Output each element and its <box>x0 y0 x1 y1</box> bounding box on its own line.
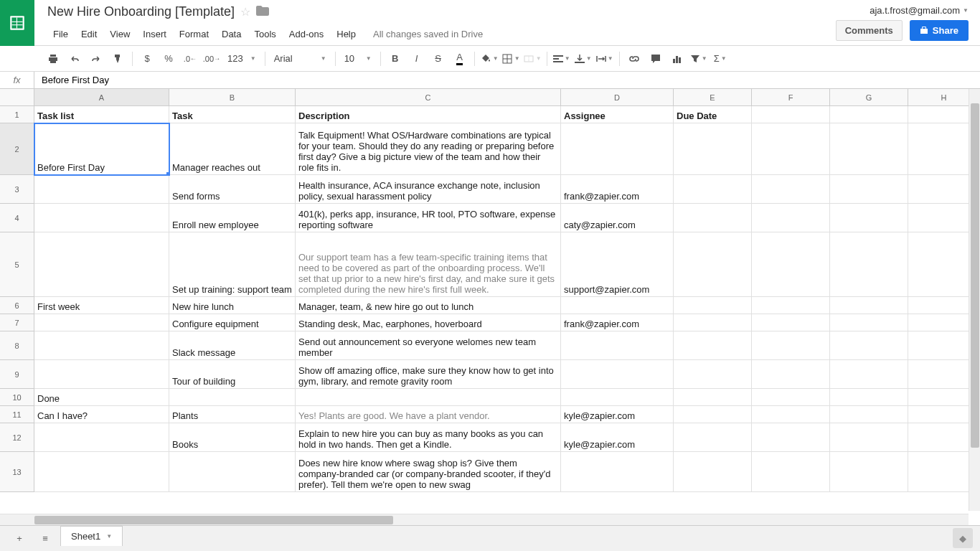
functions-icon[interactable]: Σ▼ <box>710 50 730 68</box>
sheet-grid[interactable]: ABCDEFGH 12345678910111213 Task listTask… <box>0 89 980 511</box>
cell[interactable] <box>561 389 674 406</box>
cell[interactable] <box>674 297 752 314</box>
cell[interactable]: Set up training: support team <box>169 232 296 297</box>
menu-insert[interactable]: Insert <box>137 26 172 42</box>
menu-view[interactable]: View <box>104 26 136 42</box>
cell[interactable] <box>830 297 908 314</box>
cell[interactable] <box>752 389 830 406</box>
cell[interactable] <box>674 331 752 360</box>
cell[interactable] <box>674 314 752 331</box>
menu-file[interactable]: File <box>47 26 74 42</box>
cell[interactable]: caty@zapier.com <box>561 204 674 232</box>
cell[interactable]: Before First Day <box>34 123 169 175</box>
cell[interactable] <box>830 232 908 297</box>
cell[interactable] <box>752 423 830 452</box>
cell[interactable]: Plants <box>169 406 296 423</box>
chart-icon[interactable] <box>667 50 687 68</box>
number-format-dropdown[interactable]: 123▼ <box>223 50 260 68</box>
cell[interactable] <box>752 204 830 232</box>
cell[interactable] <box>34 423 169 452</box>
cell[interactable] <box>752 123 830 175</box>
cell[interactable] <box>674 452 752 492</box>
row-header-3[interactable]: 3 <box>0 175 34 204</box>
cell[interactable] <box>169 452 296 492</box>
menu-tools[interactable]: Tools <box>248 26 281 42</box>
cell[interactable] <box>561 331 674 360</box>
cell[interactable]: Show off amazing office, make sure they … <box>296 360 561 389</box>
cell[interactable] <box>561 123 674 175</box>
row-header-9[interactable]: 9 <box>0 360 34 389</box>
cell[interactable]: First week <box>34 297 169 314</box>
cell[interactable]: 401(k), perks app, insurance, HR tool, P… <box>296 204 561 232</box>
cell[interactable]: Send forms <box>169 175 296 204</box>
cell[interactable] <box>674 123 752 175</box>
row-header-12[interactable]: 12 <box>0 423 34 452</box>
cell[interactable]: Enroll new employee <box>169 204 296 232</box>
user-email[interactable]: aja.t.frost@gmail.com ▼ <box>870 5 969 16</box>
cell[interactable] <box>830 314 908 331</box>
vertical-scrollbar[interactable] <box>969 89 980 511</box>
cell[interactable] <box>830 123 908 175</box>
cell[interactable]: kyle@zapier.com <box>561 423 674 452</box>
row-header-10[interactable]: 10 <box>0 389 34 406</box>
cell[interactable] <box>674 204 752 232</box>
increase-decimal-icon[interactable]: .00→ <box>202 50 222 68</box>
cell[interactable] <box>561 452 674 492</box>
cell[interactable] <box>34 452 169 492</box>
row-header-5[interactable]: 5 <box>0 232 34 297</box>
menu-help[interactable]: Help <box>331 26 362 42</box>
all-sheets-button[interactable]: ≡ <box>34 529 56 549</box>
cell[interactable] <box>752 331 830 360</box>
star-icon[interactable]: ☆ <box>240 5 250 19</box>
row-header-7[interactable]: 7 <box>0 314 34 331</box>
cell[interactable]: Due Date <box>674 106 752 123</box>
decrease-decimal-icon[interactable]: .0← <box>180 50 200 68</box>
row-header-11[interactable]: 11 <box>0 406 34 423</box>
cell[interactable]: support@zapier.com <box>561 232 674 297</box>
cell[interactable] <box>830 406 908 423</box>
doc-title[interactable]: New Hire Onboarding [Template] <box>47 4 235 19</box>
cell[interactable]: frank@zapier.com <box>561 314 674 331</box>
cell[interactable] <box>34 331 169 360</box>
cell[interactable]: Health insurance, ACA insurance exchange… <box>296 175 561 204</box>
cell[interactable]: frank@zapier.com <box>561 175 674 204</box>
print-icon[interactable] <box>43 50 63 68</box>
cell[interactable] <box>34 232 169 297</box>
menu-add-ons[interactable]: Add-ons <box>283 26 329 42</box>
cell[interactable]: Can I have? <box>34 406 169 423</box>
cell[interactable]: Assignee <box>561 106 674 123</box>
link-icon[interactable] <box>624 50 644 68</box>
cell[interactable] <box>752 297 830 314</box>
cell[interactable] <box>830 331 908 360</box>
col-header-C[interactable]: C <box>296 89 561 105</box>
row-header-1[interactable]: 1 <box>0 106 34 123</box>
wrap-icon[interactable]: ▼ <box>595 50 615 68</box>
cell[interactable] <box>830 204 908 232</box>
cell[interactable] <box>561 297 674 314</box>
cell[interactable]: Slack message <box>169 331 296 360</box>
cell[interactable] <box>674 175 752 204</box>
menu-data[interactable]: Data <box>216 26 247 42</box>
col-header-G[interactable]: G <box>830 89 908 105</box>
row-header-6[interactable]: 6 <box>0 297 34 314</box>
explore-button[interactable]: ◆ <box>953 528 973 548</box>
cell[interactable] <box>674 423 752 452</box>
cell[interactable] <box>674 232 752 297</box>
italic-icon[interactable]: I <box>407 50 427 68</box>
paint-format-icon[interactable] <box>108 50 128 68</box>
cell[interactable] <box>34 314 169 331</box>
add-sheet-button[interactable]: + <box>9 529 30 549</box>
bold-icon[interactable]: B <box>385 50 405 68</box>
cell[interactable]: Tour of building <box>169 360 296 389</box>
cell[interactable]: Manager, team, & new hire go out to lunc… <box>296 297 561 314</box>
formula-input[interactable] <box>34 72 980 88</box>
strikethrough-icon[interactable]: S <box>428 50 448 68</box>
redo-icon[interactable] <box>86 50 106 68</box>
undo-icon[interactable] <box>65 50 85 68</box>
cell[interactable] <box>752 452 830 492</box>
percent-icon[interactable]: % <box>159 50 179 68</box>
font-size-dropdown[interactable]: 10▼ <box>340 50 376 68</box>
cell[interactable] <box>34 360 169 389</box>
cell[interactable]: Yes! Plants are good. We have a plant ve… <box>296 406 561 423</box>
cell[interactable] <box>34 204 169 232</box>
